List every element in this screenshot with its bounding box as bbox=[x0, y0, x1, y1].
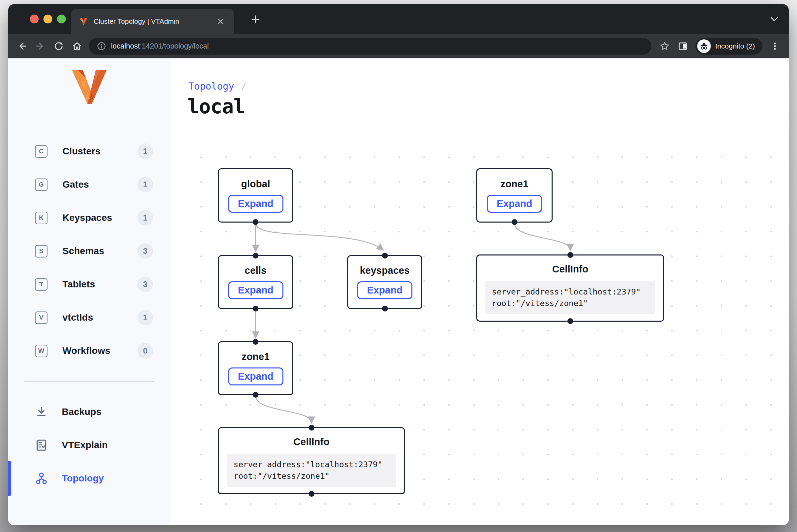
incognito-icon bbox=[697, 39, 711, 53]
letter-w-icon: W bbox=[35, 345, 48, 357]
node-title: zone1 bbox=[242, 351, 270, 362]
count-badge: 1 bbox=[137, 210, 153, 226]
cellinfo-code-block: server_address:"localhost:2379" root:"/v… bbox=[227, 454, 396, 487]
topology-node-keyspaces: keyspaces Expand bbox=[347, 255, 422, 309]
incognito-badge[interactable]: Incognito (2) bbox=[696, 38, 762, 55]
sidebar-tools: Backups VTExplain bbox=[8, 395, 170, 495]
home-icon[interactable] bbox=[68, 37, 86, 55]
minimize-window-button[interactable] bbox=[43, 15, 52, 23]
zoom-window-button[interactable] bbox=[57, 15, 66, 23]
port-top bbox=[253, 253, 259, 259]
browser-toolbar: localhost:14201/topology/local bbox=[8, 34, 789, 58]
sidebar-item-schemas[interactable]: S Schemas 3 bbox=[8, 234, 170, 268]
vitess-logo bbox=[8, 69, 170, 107]
sidebar-item-keyspaces[interactable]: K Keyspaces 1 bbox=[8, 201, 170, 234]
letter-c-icon: C bbox=[35, 145, 48, 158]
sidebar-item-topology[interactable]: Topology bbox=[8, 462, 170, 495]
expand-button-zone1-mid[interactable]: Expand bbox=[228, 367, 283, 385]
address-bar[interactable]: localhost:14201/topology/local bbox=[89, 38, 651, 55]
incognito-label: Incognito (2) bbox=[715, 42, 755, 50]
edge-global-keyspaces bbox=[256, 223, 383, 250]
port-bottom bbox=[309, 491, 314, 497]
count-badge: 1 bbox=[137, 144, 153, 159]
port-bottom bbox=[568, 318, 573, 324]
reload-icon[interactable] bbox=[50, 37, 68, 55]
count-badge: 1 bbox=[137, 177, 153, 192]
main-content: Topology/ local global Expand bbox=[170, 58, 789, 525]
topology-node-global: global Expand bbox=[218, 168, 293, 223]
bookmark-star-icon[interactable] bbox=[655, 37, 674, 55]
count-badge: 1 bbox=[137, 310, 153, 325]
cellinfo-code-block: server_address:"localhost:2379" root:"/v… bbox=[485, 281, 655, 314]
edge-zone1-cellinfo bbox=[515, 223, 571, 250]
expand-button-cells[interactable]: Expand bbox=[228, 281, 283, 299]
new-tab-button[interactable] bbox=[246, 10, 265, 28]
sidebar-item-backups[interactable]: Backups bbox=[8, 395, 170, 429]
letter-t-icon: T bbox=[35, 278, 48, 291]
edge-zone1-cellinfo-bottom bbox=[256, 396, 312, 422]
sidebar-item-workflows[interactable]: W Workflows 0 bbox=[8, 334, 170, 367]
port-top bbox=[309, 425, 314, 431]
download-icon bbox=[34, 405, 49, 419]
sidebar-item-gates[interactable]: G Gates 1 bbox=[8, 168, 170, 201]
port-bottom bbox=[512, 219, 517, 225]
site-info-icon[interactable] bbox=[97, 42, 106, 51]
topology-node-cells: cells Expand bbox=[218, 255, 293, 309]
topology-node-cellinfo-right: CellInfo server_address:"localhost:2379"… bbox=[476, 254, 664, 322]
letter-g-icon: G bbox=[35, 178, 48, 191]
node-title: global bbox=[241, 178, 270, 190]
side-panel-icon[interactable] bbox=[674, 37, 692, 55]
node-title: CellInfo bbox=[552, 264, 588, 275]
port-bottom bbox=[253, 392, 259, 398]
letter-k-icon: K bbox=[35, 212, 48, 224]
port-bottom bbox=[253, 306, 259, 311]
count-badge: 3 bbox=[137, 243, 153, 259]
port-bottom bbox=[382, 306, 388, 311]
port-top bbox=[253, 339, 259, 345]
close-window-button[interactable] bbox=[30, 15, 39, 23]
topology-node-zone1-mid: zone1 Expand bbox=[218, 341, 293, 395]
browser-tab[interactable]: Cluster Topology | VTAdmin bbox=[71, 9, 234, 34]
count-badge: 0 bbox=[137, 343, 153, 359]
letter-s-icon: S bbox=[35, 245, 48, 258]
tab-close-icon[interactable] bbox=[215, 16, 226, 27]
topology-node-zone1-top: zone1 Expand bbox=[476, 168, 553, 223]
url-path: :14201/topology/local bbox=[140, 42, 209, 51]
url-host: localhost bbox=[111, 42, 140, 51]
tab-search-chevron-icon[interactable] bbox=[768, 14, 780, 24]
active-indicator bbox=[8, 461, 11, 496]
menu-kebab-icon[interactable] bbox=[766, 37, 784, 55]
sidebar-nav: C Clusters 1 G Gates 1 K Keyspaces 1 S S… bbox=[8, 135, 170, 367]
vitess-favicon bbox=[79, 17, 88, 26]
sidebar-item-vtexplain[interactable]: VTExplain bbox=[8, 429, 170, 462]
back-icon[interactable] bbox=[13, 37, 31, 55]
vtexplain-icon bbox=[34, 438, 49, 452]
count-badge: 3 bbox=[137, 277, 153, 292]
letter-v-icon: V bbox=[35, 311, 48, 324]
node-title: zone1 bbox=[500, 178, 528, 190]
sidebar-item-clusters[interactable]: C Clusters 1 bbox=[8, 135, 170, 168]
traffic-lights bbox=[30, 15, 66, 23]
sidebar-item-vtctlds[interactable]: V vtctlds 1 bbox=[8, 301, 170, 334]
topology-node-cellinfo-bottom: CellInfo server_address:"localhost:2379"… bbox=[218, 427, 405, 494]
port-bottom bbox=[253, 219, 259, 225]
page-body: C Clusters 1 G Gates 1 K Keyspaces 1 S S… bbox=[8, 58, 789, 525]
sidebar-divider bbox=[24, 381, 154, 382]
browser-window: Cluster Topology | VTAdmin bbox=[8, 4, 789, 525]
node-title: cells bbox=[245, 265, 267, 276]
sidebar-item-tablets[interactable]: T Tablets 3 bbox=[8, 268, 170, 301]
sidebar: C Clusters 1 G Gates 1 K Keyspaces 1 S S… bbox=[8, 58, 170, 525]
node-title: CellInfo bbox=[293, 436, 329, 448]
node-title: keyspaces bbox=[360, 265, 410, 276]
topology-icon bbox=[34, 472, 49, 485]
expand-button-zone1-top[interactable]: Expand bbox=[487, 195, 542, 213]
expand-button-global[interactable]: Expand bbox=[228, 195, 283, 213]
port-top bbox=[568, 252, 573, 258]
tab-title: Cluster Topology | VTAdmin bbox=[94, 17, 179, 25]
forward-icon[interactable] bbox=[31, 37, 50, 55]
tab-strip: Cluster Topology | VTAdmin bbox=[8, 4, 789, 34]
expand-button-keyspaces[interactable]: Expand bbox=[357, 281, 412, 299]
port-top bbox=[382, 253, 388, 259]
